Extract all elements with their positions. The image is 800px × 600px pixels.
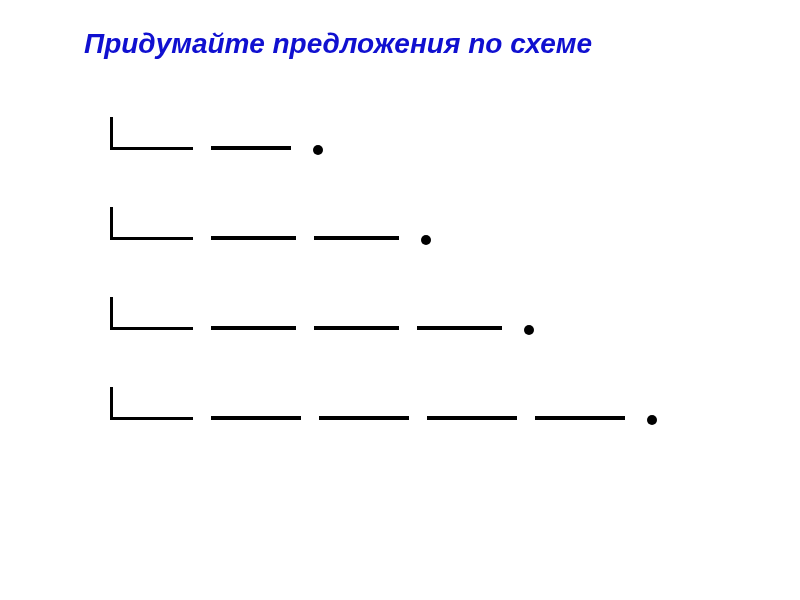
period-icon (421, 235, 431, 245)
word-slot (211, 326, 296, 330)
word-slot (211, 146, 291, 150)
word-slot (314, 326, 399, 330)
period-icon (313, 145, 323, 155)
word-slot (314, 236, 399, 240)
sentence-schema-4-words (110, 290, 657, 330)
capital-word-slot (110, 207, 193, 240)
word-slot (535, 416, 625, 420)
sentence-schema-5-words (110, 380, 657, 420)
word-slot (211, 416, 301, 420)
word-slot (211, 236, 296, 240)
page-title: Придумайте предложения по схеме (84, 28, 592, 60)
word-slot (427, 416, 517, 420)
sentence-schema-3-words (110, 200, 657, 240)
schema-diagram (110, 110, 657, 470)
capital-word-slot (110, 387, 193, 420)
capital-word-slot (110, 297, 193, 330)
period-icon (647, 415, 657, 425)
capital-word-slot (110, 117, 193, 150)
sentence-schema-2-words (110, 110, 657, 150)
word-slot (417, 326, 502, 330)
word-slot (319, 416, 409, 420)
period-icon (524, 325, 534, 335)
